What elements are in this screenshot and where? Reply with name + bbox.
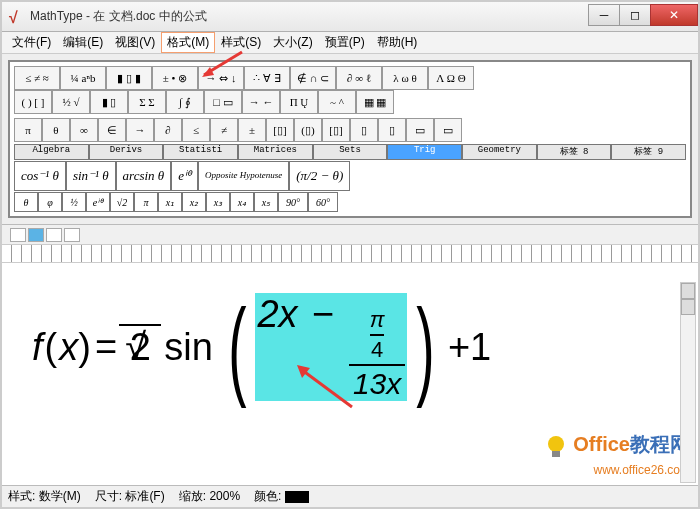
expr-arcsin[interactable]: arcsin θ	[116, 161, 172, 191]
pal-sum[interactable]: Σ Σ	[128, 90, 166, 114]
sb-btn-3[interactable]	[46, 228, 62, 242]
sym-pi[interactable]: π	[14, 118, 42, 142]
small-toolbar	[2, 225, 698, 245]
inner-num: π	[370, 307, 385, 333]
minimize-button[interactable]: ─	[588, 4, 620, 26]
sym-t5[interactable]: ▯	[378, 118, 406, 142]
mini-pi[interactable]: π	[134, 192, 158, 212]
tab-trig[interactable]: Trig	[387, 144, 462, 160]
pal-arrow2[interactable]: → ←	[242, 90, 280, 114]
expr-opp-hyp[interactable]: Opposite Hypotenuse	[198, 161, 289, 191]
expr-acos[interactable]: cos⁻¹ θ	[14, 161, 66, 191]
menu-preset[interactable]: 预置(P)	[319, 32, 371, 53]
menu-help[interactable]: 帮助(H)	[371, 32, 424, 53]
expr-eitheta[interactable]: eⁱᶿ	[171, 161, 198, 191]
pal-logic[interactable]: ∴ ∀ ∃	[244, 66, 290, 90]
sym-ne[interactable]: ≠	[210, 118, 238, 142]
pal-relational[interactable]: ≤ ≠ ≈	[14, 66, 60, 90]
sym-t4[interactable]: ▯	[350, 118, 378, 142]
sym-le[interactable]: ≤	[182, 118, 210, 142]
formula-eq: =	[95, 326, 117, 369]
pal-misc[interactable]: ∂ ∞ ℓ	[336, 66, 382, 90]
mini-eit[interactable]: eⁱᶿ	[86, 192, 110, 212]
mini-x2[interactable]: x₂	[182, 192, 206, 212]
mini-90[interactable]: 90°	[278, 192, 308, 212]
tab-sets[interactable]: Sets	[313, 144, 388, 160]
tab-matrices[interactable]: Matrices	[238, 144, 313, 160]
tab-geometry[interactable]: Geometry	[462, 144, 537, 160]
pal-fence[interactable]: ( ) [ ]	[14, 90, 52, 114]
status-zoom: 缩放: 200%	[179, 488, 240, 505]
close-button[interactable]: ✕	[650, 4, 698, 26]
mini-theta[interactable]: θ	[14, 192, 38, 212]
tab-algebra[interactable]: Algebra	[14, 144, 89, 160]
sym-in[interactable]: ∈	[98, 118, 126, 142]
mini-x1[interactable]: x₁	[158, 192, 182, 212]
pal-operators[interactable]: ± • ⊗	[152, 66, 198, 90]
vertical-scrollbar[interactable]	[680, 282, 696, 483]
pal-bar[interactable]: □ ▭	[204, 90, 242, 114]
expr-asin[interactable]: sin⁻¹ θ	[66, 161, 116, 191]
expr-pi2theta[interactable]: (π/2 − θ)	[289, 161, 350, 191]
sb-btn-1[interactable]	[10, 228, 26, 242]
sb-btn-2[interactable]	[28, 228, 44, 242]
outer-num: π 4	[366, 300, 389, 363]
menu-style[interactable]: 样式(S)	[215, 32, 267, 53]
mini-half[interactable]: ½	[62, 192, 86, 212]
mini-x4[interactable]: x₄	[230, 192, 254, 212]
pal-frac-root[interactable]: ½ √	[52, 90, 90, 114]
pal-greek-lower[interactable]: λ ω θ	[382, 66, 428, 90]
sym-t1[interactable]: [▯]	[266, 118, 294, 142]
mini-x5[interactable]: x₅	[254, 192, 278, 212]
sym-partial[interactable]: ∂	[154, 118, 182, 142]
menu-edit[interactable]: 编辑(E)	[57, 32, 109, 53]
pal-prod[interactable]: Π Ų	[280, 90, 318, 114]
pal-subsup[interactable]: ▮ ▯	[90, 90, 128, 114]
brand-office: Office	[573, 433, 630, 455]
sym-t7[interactable]: ▭	[434, 118, 462, 142]
mini-x3[interactable]: x₃	[206, 192, 230, 212]
pal-accent[interactable]: ~ ^	[318, 90, 356, 114]
maximize-button[interactable]: ◻	[619, 4, 651, 26]
sym-to[interactable]: →	[126, 118, 154, 142]
tab-derivs[interactable]: Derivs	[89, 144, 164, 160]
big-open-paren: (	[228, 300, 246, 394]
mini-sqrt2[interactable]: √2	[110, 192, 134, 212]
sym-t2[interactable]: (▯)	[294, 118, 322, 142]
pal-matrix[interactable]: ▦ ▦	[356, 90, 394, 114]
pal-spaces[interactable]: ▮ ▯ ▮	[106, 66, 152, 90]
ruler[interactable]	[2, 245, 698, 263]
menu-file[interactable]: 文件(F)	[6, 32, 57, 53]
mini-phi[interactable]: φ	[38, 192, 62, 212]
sym-infty[interactable]: ∞	[70, 118, 98, 142]
menu-format[interactable]: 格式(M)	[161, 32, 215, 53]
sb-btn-4[interactable]	[64, 228, 80, 242]
color-swatch[interactable]	[285, 491, 309, 503]
sym-pm[interactable]: ±	[238, 118, 266, 142]
formula-f: f	[32, 326, 43, 369]
sym-t3[interactable]: [▯]	[322, 118, 350, 142]
tab-label8[interactable]: 标签 8	[537, 144, 612, 160]
menu-size[interactable]: 大小(Z)	[267, 32, 318, 53]
pal-arrows[interactable]: → ⇔ ↓	[198, 66, 244, 90]
sym-t6[interactable]: ▭	[406, 118, 434, 142]
app-icon: √	[8, 9, 24, 25]
sym-theta[interactable]: θ	[42, 118, 70, 142]
formula-2x: 2x	[257, 293, 297, 335]
formula-minus: −	[312, 293, 334, 335]
tab-label9[interactable]: 标签 9	[611, 144, 686, 160]
tab-statistics[interactable]: Statisti	[163, 144, 238, 160]
mini-60[interactable]: 60°	[308, 192, 338, 212]
pal-greek-upper[interactable]: Λ Ω Θ	[428, 66, 474, 90]
highlighted-fraction[interactable]: 2x − π 4 13x	[255, 293, 407, 401]
formula-x: x	[59, 326, 78, 369]
brand-url: www.office26.com	[594, 463, 691, 477]
palette-row-2: ( ) [ ] ½ √ ▮ ▯ Σ Σ ∫ ∮ □ ▭ → ← Π Ų ~ ^ …	[14, 90, 686, 114]
menu-view[interactable]: 视图(V)	[109, 32, 161, 53]
pal-script[interactable]: ¼ aⁿb	[60, 66, 106, 90]
pal-int[interactable]: ∫ ∮	[166, 90, 204, 114]
window-title: MathType - 在 文档.doc 中的公式	[30, 8, 589, 25]
big-close-paren: )	[416, 300, 434, 394]
pal-set[interactable]: ∉ ∩ ⊂	[290, 66, 336, 90]
outer-bar	[349, 364, 405, 366]
